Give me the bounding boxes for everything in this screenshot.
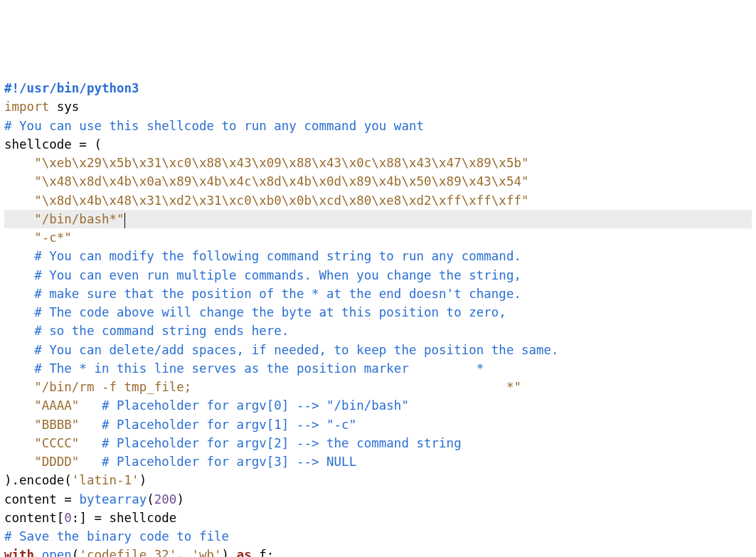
code-line: "/bin/rm -f tmp_file; *" [4,378,752,396]
comment: # You can use this shellcode to run any … [4,119,424,133]
string-literal: "\x8d\x4b\x48\x31\xd2\x31\xc0\xb0\x0b\xc… [4,193,529,208]
paren: ) [222,548,237,557]
string-literal: "-c*" [4,230,72,245]
comment: # so the command string ends here. [4,324,289,338]
shebang: #!/usr/bin/python3 [4,81,139,95]
comment: # The * in this line serves as the posit… [4,361,484,376]
string-literal: 'wb' [191,548,221,557]
code-line: # The * in this line serves as the posit… [4,359,752,378]
code-line: content = bytearray(200) [4,490,752,509]
code-line: "\x8d\x4b\x48\x31\xd2\x31\xc0\xb0\x0b\xc… [4,191,752,210]
keyword-as: as [237,548,252,557]
paren: ) [176,492,184,506]
slice: :] [72,511,95,525]
code-line: # make sure that the position of the * a… [4,285,752,303]
builtin: bytearray [79,492,147,506]
paren: ( [147,492,154,506]
string-literal: "CCCC" [4,436,79,450]
code-line: "\xeb\x29\x5b\x31\xc0\x88\x43\x09\x88\x4… [4,154,752,172]
comment: # You can modify the following command s… [4,249,521,263]
paren: ( [87,137,102,152]
string-literal: "\xeb\x29\x5b\x31\xc0\x88\x43\x09\x88\x4… [4,156,529,170]
identifier: shellcode [4,137,79,152]
code-line: # You can delete/add spaces, if needed, … [4,341,752,359]
builtin-open: open [42,548,72,557]
comment: # Placeholder for argv[1] --> "-c" [79,418,356,432]
keyword-with: with [4,548,34,557]
identifier: shellcode [102,511,176,525]
code-line: with open('codefile_32', 'wb') as f: [4,546,752,557]
operator: = [94,511,102,525]
paren: ( [72,548,80,557]
code-line-active: "/bin/bash*" [4,210,752,228]
code-line: "BBBB" # Placeholder for argv[1] --> "-c… [4,415,752,434]
string-literal: "AAAA" [4,398,79,413]
code-line: content[0:] = shellcode [4,509,752,527]
comment: # You can even run multiple commands. Wh… [4,268,521,282]
code-line: shellcode = ( [4,135,752,154]
import-keyword: import [4,100,49,114]
code-line: "\x48\x8d\x4b\x0a\x89\x4b\x4c\x8d\x4b\x0… [4,172,752,191]
identifier: f: [252,548,275,557]
string-literal: "BBBB" [4,418,79,432]
code-line: ).encode('latin-1') [4,471,752,489]
code-line: "-c*" [4,228,752,247]
code-line: # so the command string ends here. [4,322,752,340]
string-literal: 'codefile_32' [79,548,176,557]
comment: # The code above will change the byte at… [4,305,506,319]
code-line: "DDDD" # Placeholder for argv[3] --> NUL… [4,452,752,471]
space [72,492,80,506]
code-line: "CCCC" # Placeholder for argv[2] --> the… [4,434,752,452]
import-module: sys [49,100,79,114]
code-line: import sys [4,97,752,116]
code-line: #!/usr/bin/python3 [4,79,752,97]
text-cursor [124,213,126,228]
paren: ).encode( [4,473,72,487]
string-literal: "DDDD" [4,455,79,469]
string-literal: 'latin-1' [72,473,139,487]
comment: # make sure that the position of the * a… [4,287,521,301]
identifier: content[ [4,511,64,525]
code-line: # You can even run multiple commands. Wh… [4,266,752,285]
comment: # Save the binary code to file [4,529,229,543]
code-editor[interactable]: #!/usr/bin/python3import sys# You can us… [4,79,752,557]
paren: ) [139,473,147,487]
comma: , [176,548,191,557]
space [34,548,42,557]
string-literal: "/bin/bash*" [4,212,124,226]
code-line: # Save the binary code to file [4,527,752,546]
number: 0 [64,511,72,525]
identifier: content [4,492,64,506]
string-literal: "/bin/rm -f tmp_file; *" [4,380,521,394]
string-literal: "\x48\x8d\x4b\x0a\x89\x4b\x4c\x8d\x4b\x0… [4,174,529,189]
number: 200 [154,492,177,506]
code-line: # The code above will change the byte at… [4,303,752,322]
code-line: "AAAA" # Placeholder for argv[0] --> "/b… [4,396,752,415]
operator: = [64,492,72,506]
code-line: # You can modify the following command s… [4,247,752,265]
operator: = [79,137,87,152]
comment: # You can delete/add spaces, if needed, … [4,343,559,357]
comment: # Placeholder for argv[3] --> NULL [79,455,356,469]
code-line: # You can use this shellcode to run any … [4,117,752,135]
comment: # Placeholder for argv[2] --> the comman… [79,436,461,450]
comment: # Placeholder for argv[0] --> "/bin/bash… [79,398,409,413]
